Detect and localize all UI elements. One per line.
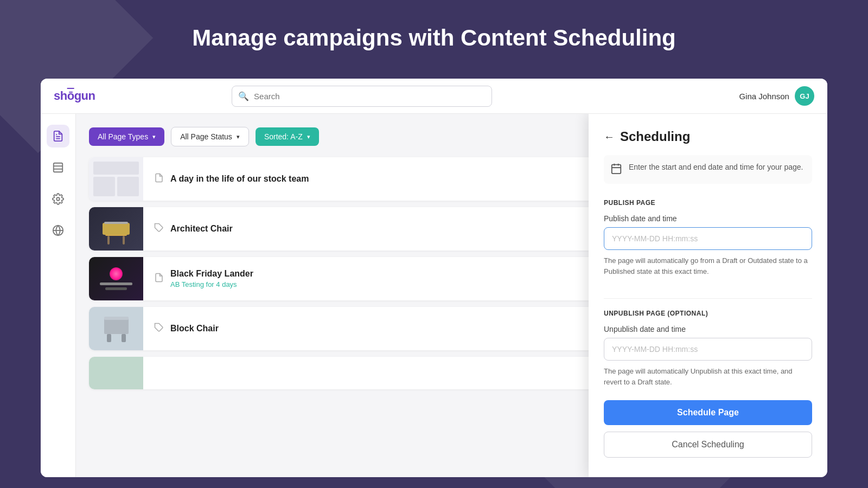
search-input[interactable] bbox=[232, 86, 492, 107]
scheduling-panel: ← Scheduling Enter the start and end dat… bbox=[589, 114, 827, 477]
svg-rect-17 bbox=[104, 317, 129, 320]
svg-rect-11 bbox=[103, 223, 130, 235]
avatar[interactable]: GJ bbox=[795, 86, 814, 106]
svg-point-5 bbox=[56, 197, 60, 201]
svg-rect-12 bbox=[104, 222, 128, 224]
main-content: All Page Types ▾ All Page Status ▾ Sorte… bbox=[41, 114, 827, 477]
sidebar-item-sections[interactable] bbox=[47, 156, 69, 179]
publish-datetime-input[interactable] bbox=[604, 227, 812, 250]
page-thumbnail bbox=[89, 207, 143, 251]
page-subtitle: AB Testing for 4 days bbox=[170, 280, 605, 288]
tag-icon bbox=[154, 323, 164, 335]
logo: shōgun bbox=[54, 89, 95, 103]
sidebar bbox=[41, 114, 76, 477]
page-thumbnail bbox=[89, 257, 143, 300]
page-title-item: Black Friday Lander bbox=[170, 269, 605, 279]
svg-rect-9 bbox=[107, 236, 110, 245]
cancel-scheduling-button[interactable]: Cancel Scheduling bbox=[604, 432, 812, 458]
user-area: Gina Johnson GJ bbox=[739, 86, 814, 106]
logo-bar: ō bbox=[67, 89, 74, 102]
page-type-icon bbox=[154, 173, 164, 185]
page-text: Block Chair bbox=[170, 324, 642, 333]
page-thumbnail bbox=[89, 357, 143, 389]
svg-rect-15 bbox=[107, 334, 111, 342]
svg-rect-10 bbox=[123, 236, 125, 245]
unpublish-datetime-input[interactable] bbox=[604, 338, 812, 361]
svg-rect-14 bbox=[104, 318, 129, 334]
user-name: Gina Johnson bbox=[739, 92, 789, 101]
unpublish-note: The page will automatically Unpublish at… bbox=[604, 366, 812, 387]
page-text: Architect Chair bbox=[170, 224, 653, 234]
page-info: Architect Chair bbox=[143, 214, 663, 244]
schedule-page-button[interactable]: Schedule Page bbox=[604, 400, 812, 425]
chevron-down-icon: ▾ bbox=[307, 133, 310, 140]
page-info: Block Chair bbox=[143, 314, 653, 344]
publish-note: The page will automatically go from a Dr… bbox=[604, 255, 812, 277]
page-text: Black Friday Lander AB Testing for 4 day… bbox=[170, 269, 605, 288]
search-icon: 🔍 bbox=[238, 91, 249, 101]
filter-page-types[interactable]: All Page Types ▾ bbox=[89, 127, 164, 146]
chevron-down-icon: ▾ bbox=[237, 133, 240, 140]
page-text: A day in the life of our stock team bbox=[170, 174, 659, 184]
filter-page-status[interactable]: All Page Status ▾ bbox=[171, 127, 249, 146]
back-button[interactable]: ← Scheduling bbox=[604, 129, 812, 144]
section-divider bbox=[604, 298, 812, 299]
page-title: Manage campaigns with Content Scheduling bbox=[192, 25, 675, 51]
panel-title: Scheduling bbox=[620, 129, 690, 144]
page-info: Black Friday Lander AB Testing for 4 day… bbox=[143, 260, 616, 297]
sidebar-item-settings[interactable] bbox=[47, 188, 69, 210]
top-bar: shōgun 🔍 Gina Johnson GJ bbox=[41, 79, 827, 114]
publish-section-label: PUBLISH PAGE bbox=[604, 199, 812, 207]
back-arrow-icon: ← bbox=[604, 131, 615, 143]
panel-info-row: Enter the start and end date and time fo… bbox=[604, 155, 812, 184]
content-area: All Page Types ▾ All Page Status ▾ Sorte… bbox=[76, 114, 827, 477]
app-window: shōgun 🔍 Gina Johnson GJ bbox=[41, 79, 827, 477]
unpublish-field-label: Unpublish date and time bbox=[604, 325, 812, 333]
page-type-icon bbox=[154, 273, 164, 285]
panel-info-text: Enter the start and end date and time fo… bbox=[629, 162, 803, 173]
tag-icon bbox=[154, 223, 164, 235]
page-title-item: A day in the life of our stock team bbox=[170, 174, 659, 184]
page-thumbnail bbox=[89, 157, 143, 201]
sidebar-item-pages[interactable] bbox=[47, 125, 69, 147]
sidebar-item-globe[interactable] bbox=[47, 219, 69, 242]
svg-rect-16 bbox=[122, 334, 126, 342]
page-thumbnail bbox=[89, 307, 143, 350]
svg-rect-19 bbox=[612, 165, 621, 174]
svg-rect-2 bbox=[54, 163, 63, 172]
unpublish-section-label: UNPUBLISH PAGE (OPTIONAL) bbox=[604, 310, 812, 317]
publish-field-label: Publish date and time bbox=[604, 214, 812, 223]
search-bar[interactable]: 🔍 bbox=[232, 86, 492, 107]
page-header: Manage campaigns with Content Scheduling bbox=[0, 0, 868, 76]
page-title-item: Block Chair bbox=[170, 324, 642, 333]
calendar-icon bbox=[610, 163, 622, 177]
page-title-item: Architect Chair bbox=[170, 224, 653, 234]
chevron-down-icon: ▾ bbox=[152, 133, 156, 140]
filter-sorted[interactable]: Sorted: A-Z ▾ bbox=[256, 127, 319, 146]
